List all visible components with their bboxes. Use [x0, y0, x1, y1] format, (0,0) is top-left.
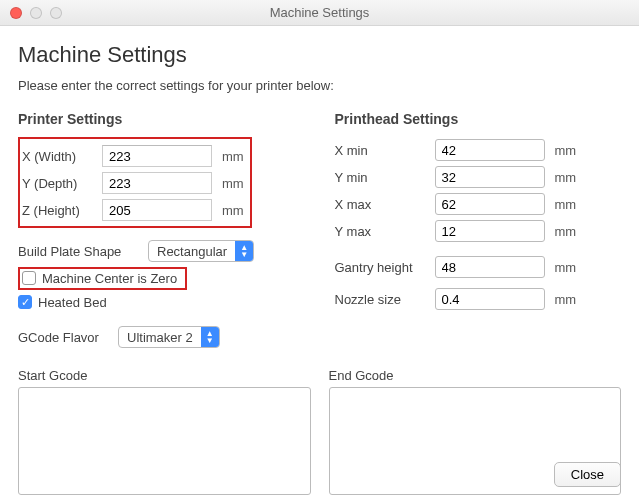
- xmin-label: X min: [335, 143, 435, 158]
- ymin-unit: mm: [555, 170, 577, 185]
- ymax-unit: mm: [555, 224, 577, 239]
- gantry-height-unit: mm: [555, 260, 577, 275]
- nozzle-size-label: Nozzle size: [335, 292, 435, 307]
- heated-bed-label: Heated Bed: [38, 295, 107, 310]
- window-title: Machine Settings: [0, 5, 639, 20]
- x-width-field[interactable]: [102, 145, 212, 167]
- chevron-updown-icon: ▲▼: [201, 327, 219, 347]
- gcode-flavor-select[interactable]: Ultimaker 2 ▲▼: [118, 326, 220, 348]
- intro-text: Please enter the correct settings for yo…: [18, 78, 621, 93]
- printer-settings-title: Printer Settings: [18, 111, 305, 127]
- xmax-label: X max: [335, 197, 435, 212]
- y-depth-field[interactable]: [102, 172, 212, 194]
- nozzle-size-unit: mm: [555, 292, 577, 307]
- chevron-updown-icon: ▲▼: [235, 241, 253, 261]
- center-zero-checkbox[interactable]: [22, 271, 36, 285]
- center-zero-label: Machine Center is Zero: [42, 271, 177, 286]
- center-zero-highlight: Machine Center is Zero: [18, 267, 187, 290]
- z-height-unit: mm: [222, 203, 244, 218]
- printhead-settings-column: Printhead Settings X min mm Y min mm X m…: [335, 111, 622, 352]
- x-width-label: X (Width): [22, 149, 102, 164]
- y-depth-unit: mm: [222, 176, 244, 191]
- ymin-label: Y min: [335, 170, 435, 185]
- build-plate-shape-value: Rectangular: [149, 241, 235, 261]
- xmin-unit: mm: [555, 143, 577, 158]
- page-title: Machine Settings: [18, 42, 621, 68]
- gcode-flavor-label: GCode Flavor: [18, 330, 118, 345]
- gcode-flavor-value: Ultimaker 2: [119, 327, 201, 347]
- dimensions-highlight: X (Width) mm Y (Depth) mm Z (Height) mm: [18, 137, 252, 228]
- titlebar: Machine Settings: [0, 0, 639, 26]
- gantry-height-label: Gantry height: [335, 260, 435, 275]
- start-gcode-textarea[interactable]: [18, 387, 311, 495]
- ymax-field[interactable]: [435, 220, 545, 242]
- nozzle-size-field[interactable]: [435, 288, 545, 310]
- xmin-field[interactable]: [435, 139, 545, 161]
- gantry-height-field[interactable]: [435, 256, 545, 278]
- close-button[interactable]: Close: [554, 462, 621, 487]
- ymax-label: Y max: [335, 224, 435, 239]
- x-width-unit: mm: [222, 149, 244, 164]
- xmax-field[interactable]: [435, 193, 545, 215]
- printhead-settings-title: Printhead Settings: [335, 111, 622, 127]
- y-depth-label: Y (Depth): [22, 176, 102, 191]
- z-height-field[interactable]: [102, 199, 212, 221]
- build-plate-shape-select[interactable]: Rectangular ▲▼: [148, 240, 254, 262]
- start-gcode-label: Start Gcode: [18, 368, 311, 383]
- heated-bed-checkbox[interactable]: ✓: [18, 295, 32, 309]
- z-height-label: Z (Height): [22, 203, 102, 218]
- end-gcode-label: End Gcode: [329, 368, 622, 383]
- xmax-unit: mm: [555, 197, 577, 212]
- ymin-field[interactable]: [435, 166, 545, 188]
- build-plate-shape-label: Build Plate Shape: [18, 244, 148, 259]
- printer-settings-column: Printer Settings X (Width) mm Y (Depth) …: [18, 111, 305, 352]
